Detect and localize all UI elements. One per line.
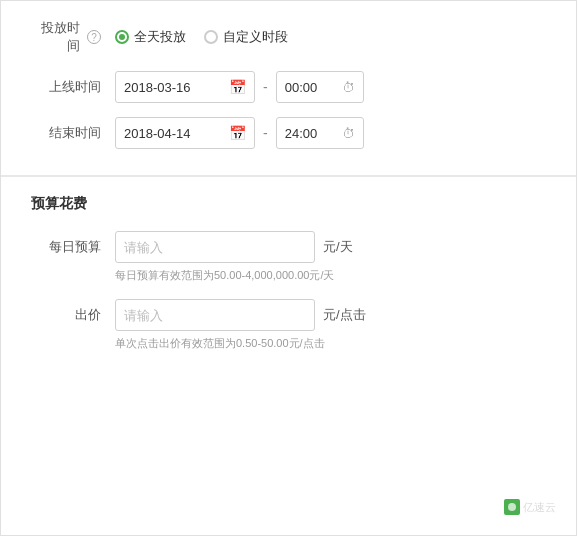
budget-section-title: 预算花费	[31, 195, 546, 213]
online-time-input[interactable]	[285, 80, 336, 95]
end-time-input[interactable]	[285, 126, 336, 141]
online-time-label: 上线时间	[49, 79, 101, 94]
clock-icon-online: ⏱	[342, 80, 355, 95]
watermark-logo	[504, 499, 520, 515]
daily-budget-label: 每日预算	[49, 239, 101, 254]
bid-unit: 元/点击	[323, 306, 366, 324]
radio-group-broadcast: 全天投放 自定义时段	[115, 28, 288, 46]
svg-point-0	[508, 503, 516, 511]
daily-budget-input-wrap[interactable]	[115, 231, 315, 263]
clock-icon-end: ⏱	[342, 126, 355, 141]
end-time-label: 结束时间	[49, 125, 101, 140]
bid-input[interactable]	[124, 308, 306, 323]
daily-budget-unit: 元/天	[323, 238, 353, 256]
bid-hint: 单次点击出价有效范围为0.50-50.00元/点击	[115, 336, 546, 351]
radio-all-day[interactable]: 全天投放	[115, 28, 186, 46]
watermark: 亿速云	[504, 499, 556, 515]
online-time-date-row: 📅 - ⏱	[115, 71, 364, 103]
broadcast-time-label: 投放时间	[31, 19, 80, 55]
daily-budget-input[interactable]	[124, 240, 306, 255]
calendar-icon-end: 📅	[229, 125, 246, 141]
end-date-input-wrap[interactable]: 📅	[115, 117, 255, 149]
help-icon[interactable]: ?	[87, 30, 101, 44]
bid-row: 出价 元/点击	[31, 299, 546, 331]
calendar-icon-online: 📅	[229, 79, 246, 95]
watermark-text: 亿速云	[523, 500, 556, 515]
end-time-date-row: 📅 - ⏱	[115, 117, 364, 149]
dash-end: -	[263, 125, 268, 141]
end-time-input-wrap[interactable]: ⏱	[276, 117, 364, 149]
radio-custom-circle[interactable]	[204, 30, 218, 44]
daily-budget-row: 每日预算 元/天	[31, 231, 546, 263]
radio-all-day-circle[interactable]	[115, 30, 129, 44]
online-date-input-wrap[interactable]: 📅	[115, 71, 255, 103]
dash-online: -	[263, 79, 268, 95]
online-time-input-wrap[interactable]: ⏱	[276, 71, 364, 103]
end-date-input[interactable]	[124, 126, 223, 141]
radio-custom-label: 自定义时段	[223, 28, 288, 46]
daily-budget-hint: 每日预算有效范围为50.00-4,000,000.00元/天	[115, 268, 546, 283]
radio-custom[interactable]: 自定义时段	[204, 28, 288, 46]
bid-input-wrap[interactable]	[115, 299, 315, 331]
online-date-input[interactable]	[124, 80, 223, 95]
bid-label: 出价	[75, 307, 101, 322]
radio-all-day-label: 全天投放	[134, 28, 186, 46]
